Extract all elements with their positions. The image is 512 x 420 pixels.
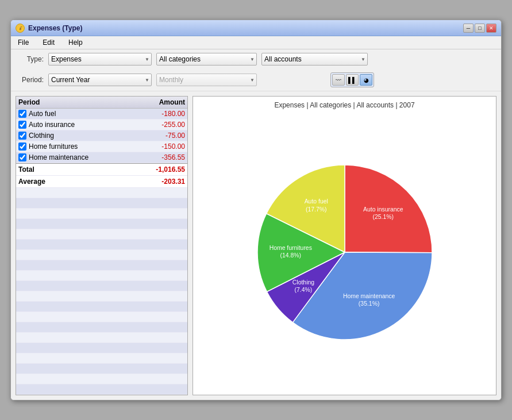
table-header: Period Amount (16, 97, 187, 109)
row-amount-autoinsurance: -255.00 (142, 121, 185, 129)
pie-chart-button[interactable]: ◕ (360, 74, 372, 86)
empty-row (16, 260, 187, 271)
row-checkbox-homemaintenance[interactable] (18, 153, 26, 161)
content-area: Period Amount Auto fuel -180.00 Auto ins… (11, 91, 501, 400)
pie-label: Home furnitures (269, 244, 311, 251)
maximize-button[interactable]: □ (475, 24, 485, 33)
type-label: Type: (18, 55, 44, 63)
row-amount-homemaintenance: -356.55 (142, 153, 185, 161)
empty-row (16, 302, 187, 312)
row-amount-autofuel: -180.00 (142, 110, 185, 118)
line-chart-button[interactable]: 〰 (332, 74, 345, 86)
pie-label-pct: (25.1%) (372, 214, 394, 220)
row-label-homefurnitures: Home furnitures (29, 142, 142, 151)
empty-row (16, 322, 187, 333)
empty-row (16, 384, 187, 395)
categories-select-wrapper: All categories (156, 53, 257, 65)
period-label: Period: (18, 76, 44, 84)
empty-row (16, 312, 187, 322)
monthly-select[interactable]: Monthly Weekly Daily (156, 74, 257, 86)
pie-label: Auto fuel (304, 198, 328, 205)
row-label-autoinsurance: Auto insurance (29, 121, 142, 129)
pie-label: Home maintenance (342, 292, 395, 299)
menu-edit[interactable]: Edit (40, 37, 57, 48)
toolbar: Type: Expenses Income Transfer All categ… (11, 49, 501, 91)
row-checkbox-autofuel[interactable] (18, 110, 26, 118)
chart-title: Expenses | All categories | All accounts… (274, 101, 414, 109)
empty-row (16, 353, 187, 364)
row-label-clothing: Clothing (29, 132, 142, 140)
row-amount-clothing: -75.00 (142, 132, 185, 140)
total-label: Total (18, 165, 142, 174)
empty-rows (16, 188, 187, 395)
table-row: Home maintenance -356.55 (16, 152, 187, 163)
empty-row (16, 198, 187, 209)
empty-row (16, 229, 187, 240)
close-button[interactable]: ✕ (486, 24, 496, 33)
row-checkbox-clothing[interactable] (18, 132, 26, 140)
empty-row (16, 250, 187, 260)
menu-file[interactable]: File (16, 37, 31, 48)
empty-row (16, 364, 187, 374)
pie-label: Clothing (292, 279, 314, 286)
main-window: 💰 Expenses (Type) ─ □ ✕ File Edit Help T… (10, 20, 502, 400)
average-amount: -203.31 (142, 178, 185, 186)
pie-label-pct: (7.4%) (294, 287, 312, 293)
total-amount: -1,016.55 (142, 165, 185, 174)
table-row: Auto insurance -255.00 (16, 120, 187, 130)
average-row: Average -203.31 (16, 176, 187, 188)
title-bar: 💰 Expenses (Type) ─ □ ✕ (11, 20, 501, 36)
empty-row (16, 209, 187, 219)
accounts-select[interactable]: All accounts (261, 53, 368, 65)
bar-chart-button[interactable]: ▌▌ (346, 74, 359, 86)
window-title: Expenses (Type) (28, 24, 82, 32)
empty-row (16, 291, 187, 302)
empty-row (16, 219, 187, 229)
chart-area: Expenses | All categories | All accounts… (193, 96, 496, 395)
row-checkbox-homefurnitures[interactable] (18, 142, 26, 151)
pie-label: Auto insurance (363, 206, 403, 212)
pie-label-pct: (14.8%) (280, 252, 301, 259)
period-select-wrapper: Current Year Last Year This Month (48, 74, 152, 86)
chart-type-buttons: 〰 ▌▌ ◕ (330, 72, 374, 87)
menu-help[interactable]: Help (66, 37, 85, 48)
pie-chart: Auto insurance(25.1%)Home maintenance(35… (236, 143, 454, 361)
minimize-button[interactable]: ─ (463, 24, 473, 33)
title-buttons: ─ □ ✕ (463, 24, 496, 33)
period-select[interactable]: Current Year Last Year This Month (48, 74, 152, 86)
col-period-header: Period (18, 98, 139, 106)
toolbar-row-period: Period: Current Year Last Year This Mont… (18, 72, 374, 87)
row-amount-homefurnitures: -150.00 (142, 142, 185, 151)
pie-label-pct: (35.1%) (358, 300, 379, 306)
empty-row (16, 271, 187, 281)
average-label: Average (18, 178, 142, 186)
type-select[interactable]: Expenses Income Transfer (48, 53, 152, 65)
empty-row (16, 188, 187, 198)
empty-row (16, 333, 187, 343)
row-label-autofuel: Auto fuel (29, 110, 142, 118)
empty-row (16, 374, 187, 384)
empty-row (16, 281, 187, 291)
window-icon: 💰 (16, 24, 25, 33)
title-bar-left: 💰 Expenses (Type) (16, 24, 82, 33)
pie-label-pct: (17.7%) (305, 206, 326, 212)
categories-select[interactable]: All categories (156, 53, 257, 65)
accounts-select-wrapper: All accounts (261, 53, 368, 65)
data-table: Period Amount Auto fuel -180.00 Auto ins… (16, 96, 188, 395)
empty-row (16, 343, 187, 353)
empty-row (16, 240, 187, 250)
total-row: Total -1,016.55 (16, 163, 187, 176)
type-select-wrapper: Expenses Income Transfer (48, 53, 152, 65)
toolbar-row-type: Type: Expenses Income Transfer All categ… (18, 53, 368, 65)
col-amount-header: Amount (139, 98, 185, 106)
table-row: Clothing -75.00 (16, 130, 187, 141)
monthly-select-wrapper: Monthly Weekly Daily (156, 74, 257, 86)
row-label-homemaintenance: Home maintenance (29, 153, 142, 161)
table-row: Auto fuel -180.00 (16, 109, 187, 120)
table-row: Home furnitures -150.00 (16, 141, 187, 152)
pie-container: Auto insurance(25.1%)Home maintenance(35… (198, 114, 491, 390)
row-checkbox-autoinsurance[interactable] (18, 121, 26, 129)
menu-bar: File Edit Help (11, 36, 501, 49)
